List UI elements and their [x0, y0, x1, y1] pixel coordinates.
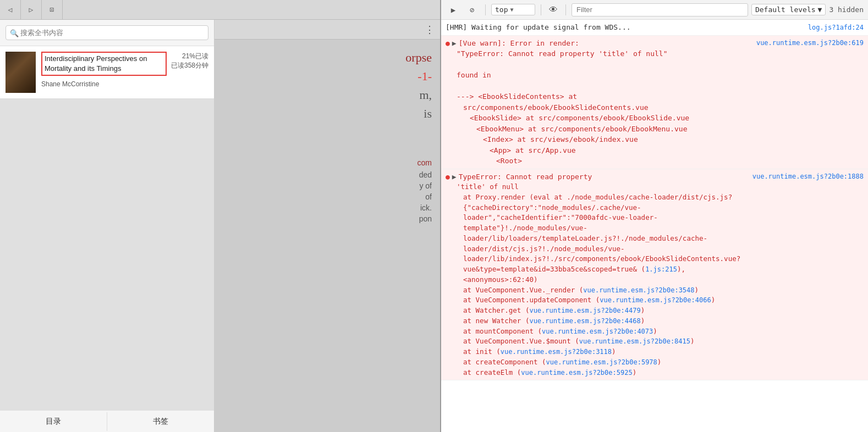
book-cover	[6, 52, 36, 93]
reader-toolbar: ◁ ▷ ⊡	[0, 0, 440, 20]
stack-line-6: loader/lib/index.js?!./src/components/eb…	[457, 254, 864, 264]
search-input[interactable]	[6, 25, 208, 40]
stack-create-comp-link[interactable]: vue.runtime.esm.js?2b0e:5978	[546, 358, 657, 366]
search-icon: 🔍	[10, 29, 19, 37]
stack-line-5: loader/dist/cjs.js?!./node_modules/vue-	[457, 244, 864, 254]
toolbar-divider-3	[565, 4, 566, 15]
error-app: <App> at src/App.vue	[457, 145, 864, 156]
sidebar-content-area	[0, 99, 214, 410]
error-path-1: src/components/ebook/EbookSlideContents.…	[457, 102, 864, 113]
ebook-reader-panel: ◁ ▷ ⊡ 🔍 Interdisciplinary Perspectiv	[0, 0, 440, 432]
stack-vue-mount-link[interactable]: vue.runtime.esm.js?2b0e:8415	[579, 337, 690, 345]
toolbar-btn-grid[interactable]: ⊡	[42, 0, 63, 20]
context-arrow-icon: ▼	[510, 7, 513, 13]
toolbar-btn-play[interactable]: ▷	[21, 0, 42, 20]
devtools-toolbar: ▶ ⊘ top ▼ 👁 Default levels ▼ 3 hidden	[441, 0, 868, 20]
error-blank-1	[457, 59, 864, 70]
stack-watcher-get: at Watcher.get (vue.runtime.esm.js?2b0e:…	[457, 306, 864, 316]
book-author: Shane McCorristine	[41, 80, 167, 88]
error2-title-row: ● ▶ TypeError: Cannot read property vue.…	[446, 171, 864, 182]
error-index: <Index> at src/views/ebook/index.vue	[457, 134, 864, 145]
error-expand-1[interactable]: ▶	[452, 38, 457, 49]
devtools-panel: ▶ ⊘ top ▼ 👁 Default levels ▼ 3 hidden [H…	[440, 0, 868, 432]
error-ebookmenu: <EbookMenu> at src/components/ebook/Eboo…	[457, 124, 864, 135]
content-area: ⋮ orpse -1- m, is com ded y of of ick. p…	[215, 20, 440, 432]
stack-line-4: loader/lib/loaders/templateLoader.js?!./…	[457, 234, 864, 244]
footer-tab-bookmark[interactable]: 书签	[107, 412, 214, 431]
reader-body: 🔍 Interdisciplinary Perspectives on Mort…	[0, 20, 440, 432]
footer-tab-toc[interactable]: 目录	[0, 412, 107, 431]
book-progress-time: 已读358分钟	[171, 61, 208, 70]
content-line-com: com	[223, 158, 432, 167]
stack-line-1: {"cacheDirectory":"node_modules/.cache/v…	[457, 203, 864, 213]
stack-render-link[interactable]: vue.runtime.esm.js?2b0e:3548	[583, 286, 694, 294]
book-title: Interdisciplinary Perspectives on Mortal…	[45, 54, 147, 73]
content-line-pon: pon	[223, 214, 432, 223]
stack-line-2: loader","cacheIdentifier":"7000afdc-vue-…	[457, 213, 864, 223]
context-label: top	[495, 5, 508, 14]
levels-arrow-icon: ▼	[818, 5, 822, 14]
stack-line-8: <anonymous>:62:40)	[457, 275, 864, 285]
levels-label: Default levels	[755, 5, 816, 14]
stack-create-elm: at createElm (vue.runtime.esm.js?2b0e:59…	[457, 368, 864, 378]
stack-title-of-null: 'title' of null	[457, 182, 864, 192]
stack-new-watcher-link[interactable]: vue.runtime.esm.js?2b0e:4468	[529, 317, 640, 325]
log-entry-typeerror: ● ▶ TypeError: Cannot read property vue.…	[441, 169, 868, 381]
hmr-link[interactable]: log.js?1afd:24	[808, 23, 864, 32]
stack-mount-link[interactable]: vue.runtime.esm.js?2b0e:4073	[542, 328, 653, 335]
toolbar-divider	[485, 4, 486, 15]
error-expand-2[interactable]: ▶	[452, 171, 457, 182]
stack-vue-mount: at VueComponent.Vue.$mount (vue.runtime.…	[457, 336, 864, 347]
content-line-ded: ded	[223, 170, 432, 179]
book-info: Interdisciplinary Perspectives on Mortal…	[41, 52, 167, 88]
devtools-stop-btn[interactable]: ⊘	[464, 3, 480, 17]
levels-selector[interactable]: Default levels ▼	[751, 4, 826, 15]
stack-1js-link[interactable]: 1.js:215	[645, 265, 677, 273]
content-text: orpse -1- m, is com ded y of of ick. pon	[215, 40, 440, 432]
console-log-area[interactable]: [HMR] Waiting for update signal from WDS…	[441, 20, 868, 432]
error-link-2[interactable]: vue.runtime.esm.js?2b0e:1888	[752, 171, 864, 181]
error-icon-1: ●	[446, 38, 450, 49]
stack-create-elm-link[interactable]: vue.runtime.esm.js?2b0e:5925	[521, 369, 632, 376]
error-root: <Root>	[457, 156, 864, 167]
error-link-1[interactable]: vue.runtime.esm.js?2b0e:619	[756, 38, 864, 48]
stack-init: at init (vue.runtime.esm.js?2b0e:3118)	[457, 347, 864, 357]
context-selector[interactable]: top ▼	[491, 4, 535, 15]
error-ebookslide: <EbookSlide> at src/components/ebook/Ebo…	[457, 113, 864, 124]
more-options-button[interactable]: ⋮	[425, 24, 435, 35]
stack-render: at VueComponent.Vue._render (vue.runtime…	[457, 285, 864, 296]
book-progress-percent: 21%已读	[171, 52, 208, 61]
content-line-ick: ick.	[223, 203, 432, 212]
error-title-row: ● ▶ [Vue warn]: Error in render: vue.run…	[446, 38, 864, 49]
stack-watcher-get-link[interactable]: vue.runtime.esm.js?2b0e:4479	[529, 307, 640, 314]
sidebar-footer: 目录 书签	[0, 410, 214, 432]
book-title-box: Interdisciplinary Perspectives on Mortal…	[41, 52, 167, 76]
stack-update-link[interactable]: vue.runtime.esm.js?2b0e:4066	[600, 296, 711, 304]
stack-trace: 'title' of null at Proxy.render (eval at…	[446, 182, 864, 378]
content-line-orpse: orpse	[223, 51, 432, 65]
content-line-of: of	[223, 192, 432, 201]
stack-line-3: template"}!./node_modules/vue-	[457, 223, 864, 234]
error-line-quot: "TypeError: Cannot read property 'title'…	[457, 48, 864, 59]
hidden-badge: 3 hidden	[829, 5, 864, 14]
stack-line-0: at Proxy.render (eval at ./node_modules/…	[457, 192, 864, 203]
error-icon-2: ●	[446, 171, 450, 182]
content-top-bar: ⋮	[215, 20, 440, 40]
stack-line-7: vue&type=template&id=33bba5ce&scoped=tru…	[457, 264, 864, 275]
error-found: found in	[457, 70, 864, 81]
devtools-play-btn[interactable]: ▶	[446, 3, 461, 17]
filter-input[interactable]	[572, 3, 748, 16]
content-line-is: is	[223, 107, 432, 121]
content-line-y-of: y of	[223, 181, 432, 190]
error-title-2: TypeError: Cannot read property	[459, 171, 752, 182]
stack-init-link[interactable]: vue.runtime.esm.js?2b0e:3118	[501, 348, 612, 356]
search-bar: 🔍	[0, 20, 214, 46]
error-blank-2	[457, 81, 864, 92]
content-line-m: m,	[223, 88, 432, 102]
stack-create-component: at createComponent (vue.runtime.esm.js?2…	[457, 357, 864, 368]
log-entry-vue-warn: ● ▶ [Vue warn]: Error in render: vue.run…	[441, 36, 868, 169]
eye-icon[interactable]: 👁	[547, 4, 560, 15]
stack-mount-component: at mountComponent (vue.runtime.esm.js?2b…	[457, 326, 864, 337]
toolbar-btn-back[interactable]: ◁	[0, 0, 21, 20]
book-list-item[interactable]: Interdisciplinary Perspectives on Mortal…	[0, 46, 214, 99]
